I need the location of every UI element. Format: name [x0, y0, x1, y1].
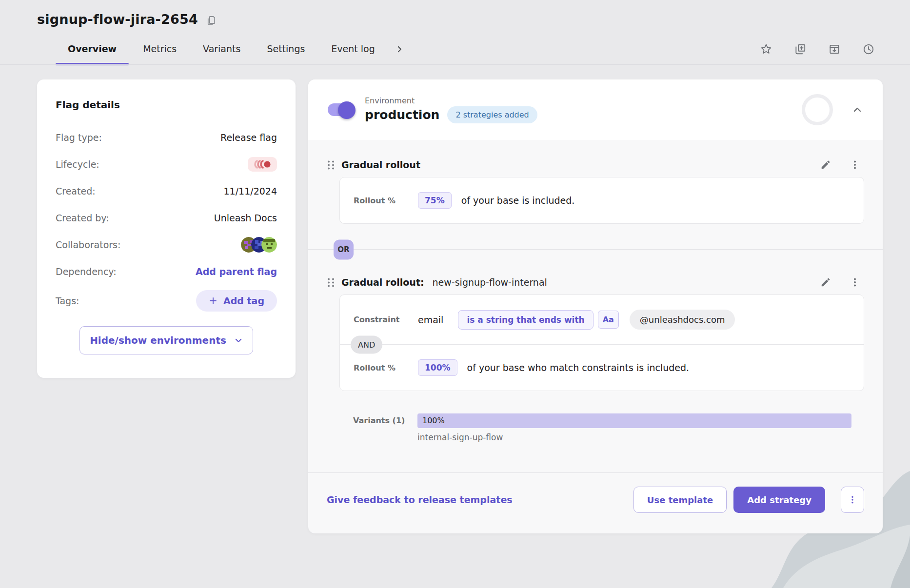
tags-row: Tags: Add tag — [56, 290, 277, 312]
strategies-count-badge: 2 strategies added — [447, 106, 537, 123]
or-chip: OR — [334, 239, 354, 259]
add-strategy-button[interactable]: Add strategy — [733, 487, 825, 513]
collaborators-label: Collaborators: — [56, 239, 120, 250]
rollout-label: Rollout % — [354, 196, 418, 205]
rollout-description: of your base is included. — [461, 195, 575, 206]
page-title: signup-flow-jira-2654 — [37, 12, 198, 27]
tab-variants[interactable]: Variants — [190, 34, 254, 65]
created-by-label: Created by: — [56, 213, 109, 223]
flag-type-value: Release flag — [220, 132, 277, 143]
rollout-percentage-badge: 75% — [418, 192, 452, 209]
drag-handle-icon[interactable] — [327, 160, 335, 170]
plus-icon — [209, 296, 218, 305]
strategy-1-content: Rollout % 75% of your base is included. — [339, 177, 864, 224]
rollout-description: of your base who match constraints is in… — [467, 362, 690, 373]
edit-strategy-pencil-icon[interactable] — [820, 277, 831, 288]
tab-settings[interactable]: Settings — [254, 34, 318, 65]
environment-header: Environment production 2 strategies adde… — [308, 79, 883, 140]
strategy-2-title: Gradual rollout: — [341, 277, 424, 288]
rollout-row: Rollout % 75% of your base is included. — [340, 177, 864, 223]
created-label: Created: — [56, 186, 96, 196]
created-by-row: Created by: Unleash Docs — [56, 210, 277, 226]
strategy-2-subtitle: new-signup-flow-internal — [433, 277, 547, 288]
constraint-value-chip: @unleashdocs.com — [630, 310, 735, 330]
drag-handle-icon[interactable] — [327, 277, 335, 288]
hide-show-environments-button[interactable]: Hide/show environments — [79, 326, 253, 354]
kebab-icon — [848, 495, 857, 505]
strategy-separator: OR — [308, 249, 883, 250]
collapse-chevron-up-icon[interactable] — [851, 104, 863, 116]
strategy-more-kebab-icon[interactable] — [850, 159, 860, 170]
dependency-row: Dependency: Add parent flag — [56, 263, 277, 280]
constraint-operator-badge[interactable]: is a string that ends with — [458, 310, 593, 330]
edit-strategy-pencil-icon[interactable] — [820, 159, 831, 170]
page-header: signup-flow-jira-2654 Overview Metrics V… — [0, 0, 910, 65]
strategy-more-kebab-icon[interactable] — [850, 277, 860, 288]
collaborators-row: Collaborators: — [56, 236, 277, 253]
created-value: 11/11/2024 — [223, 186, 277, 196]
avatar — [261, 237, 277, 253]
metrics-progress-ring — [802, 94, 833, 125]
flag-details-title: Flag details — [56, 99, 277, 111]
tab-overflow-chevron-icon[interactable] — [388, 34, 411, 65]
favorite-star-icon[interactable] — [760, 43, 772, 56]
strategy-2-content: Constraint email is a string that ends w… — [339, 294, 864, 391]
lifecycle-live-badge[interactable] — [248, 157, 277, 172]
lifecycle-row: Lifecycle: — [56, 156, 277, 173]
strategy-list: Gradual rollout Rollout % 75% of your ba… — [308, 140, 883, 442]
footer-more-kebab-button[interactable] — [841, 487, 864, 513]
chevron-down-icon — [234, 336, 243, 345]
rollout-row: Rollout % 100% of your base who match co… — [340, 345, 864, 391]
variant-distribution-bar: 100% — [417, 413, 851, 428]
strategy-1-header: Gradual rollout — [327, 152, 864, 177]
rollout-label: Rollout % — [354, 363, 418, 372]
environment-label: Environment — [365, 96, 537, 105]
tab-overview[interactable]: Overview — [55, 34, 130, 65]
flag-type-label: Flag type: — [56, 132, 102, 143]
constraint-rollout-divider: AND — [340, 344, 864, 345]
environment-panel: Environment production 2 strategies adde… — [308, 79, 883, 533]
variants-section: Variants (1) 100% internal-sign-up-flow — [339, 391, 864, 442]
constraint-label: Constraint — [354, 315, 418, 324]
copy-flag-name-icon[interactable] — [206, 15, 217, 26]
release-templates-feedback-link[interactable]: Give feedback to release templates — [327, 494, 513, 505]
use-template-button[interactable]: Use template — [633, 487, 727, 513]
add-parent-flag-link[interactable]: Add parent flag — [196, 266, 277, 277]
lifecycle-label: Lifecycle: — [56, 159, 99, 170]
created-by-value: Unleash Docs — [214, 213, 277, 223]
rollout-percentage-badge: 100% — [418, 359, 457, 376]
strategy-1-title: Gradual rollout — [341, 159, 420, 170]
lifecycle-signal-icon — [254, 160, 271, 169]
tags-label: Tags: — [56, 295, 79, 306]
collaborator-avatars[interactable] — [241, 237, 277, 253]
history-clock-icon[interactable] — [862, 43, 875, 56]
environment-footer: Give feedback to release templates Use t… — [308, 472, 883, 533]
variants-label: Variants (1) — [353, 413, 417, 442]
constraint-field: email — [418, 314, 443, 325]
and-chip: AND — [351, 336, 382, 354]
toggle-knob — [338, 101, 356, 119]
tab-metrics[interactable]: Metrics — [130, 34, 190, 65]
created-row: Created: 11/11/2024 — [56, 183, 277, 199]
dependency-label: Dependency: — [56, 266, 117, 277]
archive-save-icon[interactable] — [828, 43, 841, 56]
environment-name: production — [365, 108, 439, 122]
environment-toggle[interactable] — [328, 103, 354, 116]
case-sensitivity-badge[interactable]: Aa — [598, 311, 619, 329]
variant-name: internal-sign-up-flow — [417, 432, 851, 442]
duplicate-copy-plus-icon[interactable] — [794, 43, 807, 56]
constraint-row: Constraint email is a string that ends w… — [340, 295, 864, 344]
flag-type-row: Flag type: Release flag — [56, 129, 277, 146]
flag-details-panel: Flag details Flag type: Release flag Lif… — [37, 79, 296, 378]
strategy-2-header: Gradual rollout: new-signup-flow-interna… — [327, 269, 864, 294]
tab-bar: Overview Metrics Variants Settings Event… — [37, 34, 910, 65]
tab-event-log[interactable]: Event log — [318, 34, 388, 65]
add-tag-button[interactable]: Add tag — [196, 290, 277, 312]
